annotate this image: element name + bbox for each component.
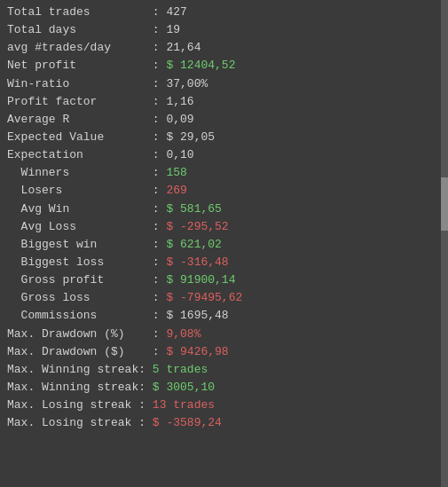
stat-row: Max. Drawdown (%) : 9,08%	[7, 326, 441, 343]
stat-value: $ 12404,52	[166, 57, 235, 75]
stat-value: $ 621,02	[166, 236, 221, 254]
stat-value: 269	[166, 182, 186, 200]
stat-value: 5 trades	[153, 361, 208, 379]
stat-label: Gross profit :	[7, 271, 166, 289]
stat-value: $ -3589,24	[153, 414, 222, 432]
stat-row: Max. Losing streak : $ -3589,24	[7, 414, 441, 432]
stat-value: 1,16	[166, 93, 193, 111]
stat-label: Total trades :	[7, 4, 166, 21]
stat-value: $ 3005,10	[153, 379, 215, 397]
stat-value: $ -79495,62	[166, 289, 242, 307]
stat-value: $ 29,05	[166, 129, 215, 146]
stat-row: Biggest loss : $ -316,48	[7, 254, 441, 271]
stat-label: Avg Win :	[7, 200, 166, 218]
scrollbar[interactable]	[441, 0, 448, 487]
stat-row: Avg Loss : $ -295,52	[7, 218, 441, 236]
stat-label: Gross loss :	[7, 289, 166, 307]
stat-row: Avg Win : $ 581,65	[7, 200, 441, 218]
stat-label: Net profit :	[7, 57, 166, 75]
stat-value: $ 581,65	[166, 200, 221, 218]
stat-label: Expected Value :	[7, 129, 166, 146]
stat-row: Max. Losing streak : 13 trades	[7, 397, 441, 414]
stat-row: Average R : 0,09	[7, 111, 441, 129]
stat-row: Total trades : 427	[7, 4, 441, 21]
stat-label: Profit factor :	[7, 93, 166, 111]
stat-row: Gross profit : $ 91900,14	[7, 271, 441, 289]
stat-row: Max. Winning streak: 5 trades	[7, 361, 441, 379]
stat-row: Winners : 158	[7, 164, 441, 182]
stat-label: Max. Losing streak :	[7, 397, 153, 414]
stat-value: 37,00%	[166, 75, 208, 93]
stat-value: 13 trades	[153, 397, 215, 414]
stat-value: $ -316,48	[166, 254, 228, 271]
stat-label: Average R :	[7, 111, 166, 129]
stat-label: Losers :	[7, 182, 166, 200]
stat-value: 19	[166, 21, 180, 39]
stat-label: Max. Drawdown ($) :	[7, 343, 166, 361]
stat-value: 0,09	[166, 111, 193, 129]
stat-value: 9,08%	[166, 326, 200, 343]
stats-panel: Total trades : 427Total days : 19avg #tr…	[0, 0, 448, 436]
stat-row: Profit factor : 1,16	[7, 93, 441, 111]
stat-label: Biggest loss :	[7, 254, 166, 271]
stat-label: Avg Loss :	[7, 218, 166, 236]
stat-row: Max. Drawdown ($) : $ 9426,98	[7, 343, 441, 361]
scrollbar-thumb[interactable]	[441, 177, 448, 231]
stat-row: Gross loss : $ -79495,62	[7, 289, 441, 307]
stat-row: Max. Winning streak: $ 3005,10	[7, 379, 441, 397]
stat-label: avg #trades/day :	[7, 39, 166, 57]
stat-row: Commissions : $ 1695,48	[7, 307, 441, 325]
stat-value: $ 1695,48	[166, 307, 228, 325]
stat-row: avg #trades/day : 21,64	[7, 39, 441, 57]
stat-label: Win-ratio :	[7, 75, 166, 93]
stat-label: Max. Drawdown (%) :	[7, 326, 166, 343]
stat-row: Expected Value : $ 29,05	[7, 129, 441, 146]
stat-label: Max. Winning streak:	[7, 379, 153, 397]
stat-row: Expectation : 0,10	[7, 146, 441, 164]
stat-label: Expectation :	[7, 146, 166, 164]
stat-label: Biggest win :	[7, 236, 166, 254]
stat-value: $ -295,52	[166, 218, 228, 236]
stat-label: Total days :	[7, 21, 166, 39]
stat-value: $ 91900,14	[166, 271, 235, 289]
stat-label: Winners :	[7, 164, 166, 182]
stat-label: Max. Winning streak:	[7, 361, 153, 379]
stat-label: Max. Losing streak :	[7, 414, 153, 432]
stat-value: $ 9426,98	[166, 343, 228, 361]
stat-label: Commissions :	[7, 307, 166, 325]
stat-value: 21,64	[166, 39, 200, 57]
stat-value: 158	[166, 164, 186, 182]
stat-row: Total days : 19	[7, 21, 441, 39]
stat-row: Biggest win : $ 621,02	[7, 236, 441, 254]
stat-row: Net profit : $ 12404,52	[7, 57, 441, 75]
stat-value: 0,10	[166, 146, 193, 164]
stat-row: Losers : 269	[7, 182, 441, 200]
stat-value: 427	[166, 4, 186, 21]
stat-row: Win-ratio : 37,00%	[7, 75, 441, 93]
